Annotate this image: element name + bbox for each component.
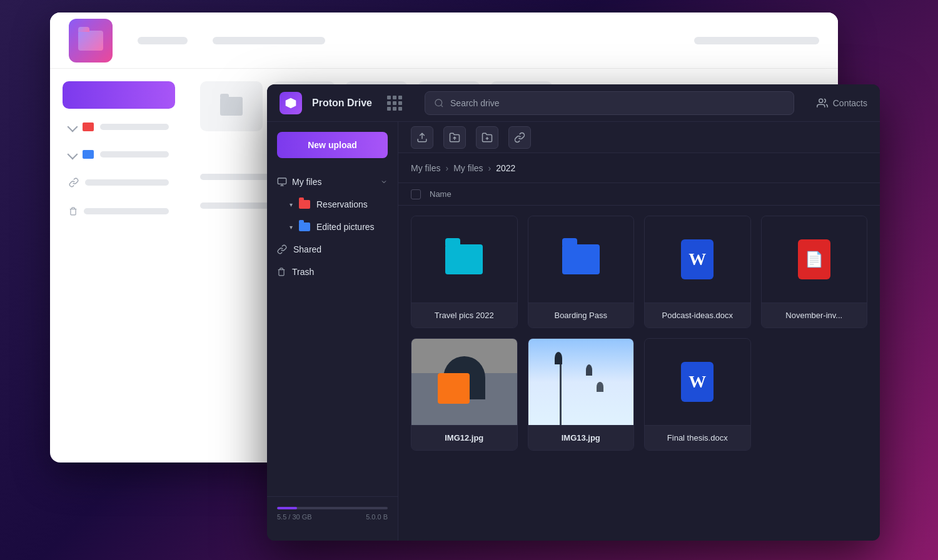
file-card-img12[interactable]: IMG12.jpg xyxy=(411,338,518,451)
file-name-november: November-inv... xyxy=(762,302,867,328)
file-card-img13[interactable]: IMG13.jpg xyxy=(528,338,635,451)
img13-thumbnail xyxy=(528,339,634,425)
link-icon xyxy=(277,244,287,254)
expand-arrow-icon: ▾ xyxy=(290,201,293,208)
breadcrumb-item-1[interactable]: My files xyxy=(411,163,440,173)
bg-sidebar-item-2 xyxy=(63,145,175,164)
file-name-img12: IMG12.jpg xyxy=(411,425,517,450)
storage-bar-fill xyxy=(277,507,297,509)
upload-folder-button[interactable] xyxy=(443,126,466,149)
bg-header xyxy=(50,12,838,69)
proton-toolbar xyxy=(398,122,880,153)
sidebar-label-trash: Trash xyxy=(292,267,314,277)
folder-icon-red xyxy=(299,200,310,209)
grid-dot xyxy=(393,101,396,105)
sidebar-item-reservations[interactable]: ▾ Reservations xyxy=(267,193,398,216)
breadcrumb-sep-2: › xyxy=(488,163,492,173)
file-preview-img13 xyxy=(528,339,634,425)
contacts-button[interactable]: Contacts xyxy=(817,98,867,109)
proton-body: New upload My files ▾ Reservations ▾ xyxy=(267,122,880,541)
sidebar-my-files[interactable]: My files xyxy=(267,171,398,193)
search-bar[interactable]: Search drive xyxy=(425,91,794,115)
get-link-button[interactable] xyxy=(508,126,531,149)
breadcrumb: My files › My files › 2022 xyxy=(398,153,880,183)
file-name-final-thesis: Final thesis.docx xyxy=(645,425,750,450)
sidebar-item-trash[interactable]: Trash xyxy=(267,261,398,283)
img13-structure xyxy=(560,356,562,425)
file-card-november[interactable]: November-inv... xyxy=(761,216,868,328)
new-upload-button[interactable]: New upload xyxy=(277,132,388,158)
bg-chevron-1 xyxy=(68,122,78,132)
upload-file-button[interactable] xyxy=(411,126,433,149)
file-preview-november xyxy=(762,216,867,302)
grid-apps-icon[interactable] xyxy=(387,96,402,111)
search-placeholder-text: Search drive xyxy=(450,98,500,108)
file-preview-img12 xyxy=(411,339,517,425)
contacts-label: Contacts xyxy=(833,98,867,108)
storage-bar-background xyxy=(277,507,388,509)
svg-line-1 xyxy=(441,105,443,107)
file-card-travel-pics[interactable]: Travel pics 2022 xyxy=(411,216,518,328)
bg-sidebar-item-3 xyxy=(63,172,175,192)
select-all-checkbox[interactable] xyxy=(411,189,430,199)
proton-header: Proton Drive Search drive Contacts xyxy=(267,84,880,122)
svg-rect-3 xyxy=(278,178,286,184)
bg-item-bar-4 xyxy=(84,208,169,214)
storage-text: 5.5 / 30 GB 5.0.0 B xyxy=(277,513,388,521)
sidebar-label-reservations: Reservations xyxy=(316,199,368,209)
grid-dot xyxy=(398,101,402,105)
storage-indicator: 5.5 / 30 GB 5.0.0 B xyxy=(267,496,398,531)
bg-upload-btn xyxy=(63,81,175,109)
file-preview-travel-pics xyxy=(411,216,517,302)
bg-folder-card-1 xyxy=(200,81,263,131)
file-list-header: Name xyxy=(398,183,880,206)
proton-main-content: My files › My files › 2022 Name xyxy=(398,122,880,541)
word-icon-podcast xyxy=(681,239,714,279)
breadcrumb-item-2[interactable]: My files xyxy=(453,163,483,173)
folder-icon-blue xyxy=(299,222,310,231)
file-card-final-thesis[interactable]: Final thesis.docx xyxy=(644,338,751,451)
sidebar-item-shared[interactable]: Shared xyxy=(267,238,398,261)
img12-jacket xyxy=(438,373,470,403)
breadcrumb-current: 2022 xyxy=(496,163,515,173)
bg-gray-folder-1 xyxy=(220,97,243,116)
file-grid: Travel pics 2022 Boarding Pass Podcast-i… xyxy=(398,206,880,541)
svg-point-0 xyxy=(435,99,442,106)
proton-app-name: Proton Drive xyxy=(312,98,372,109)
file-card-boarding-pass[interactable]: Boarding Pass xyxy=(528,216,635,328)
file-card-podcast[interactable]: Podcast-ideas.docx xyxy=(644,216,751,328)
bg-sidebar-item-4 xyxy=(63,201,175,221)
checkbox-box[interactable] xyxy=(411,189,421,199)
file-preview-podcast xyxy=(645,216,750,302)
file-preview-final-thesis xyxy=(645,339,750,425)
file-name-travel-pics: Travel pics 2022 xyxy=(411,302,517,328)
drive-icon xyxy=(277,177,287,187)
sidebar-item-edited-pictures[interactable]: ▾ Edited pictures xyxy=(267,216,398,238)
my-files-label: My files xyxy=(292,177,375,187)
img13-person2 xyxy=(586,364,592,376)
grid-dot xyxy=(393,96,396,99)
bg-trash-icon xyxy=(69,206,78,216)
grid-dot xyxy=(387,101,391,105)
new-folder-button[interactable] xyxy=(476,126,498,149)
search-icon xyxy=(434,98,444,108)
file-preview-boarding-pass xyxy=(528,216,634,302)
bg-nav-pill-3 xyxy=(694,37,819,44)
bg-nav-pill-1 xyxy=(138,37,188,44)
grid-dot xyxy=(398,96,402,99)
file-name-img13: IMG13.jpg xyxy=(528,425,634,450)
bg-item-bar-2 xyxy=(100,151,169,158)
bg-sidebar-item-1 xyxy=(63,118,175,136)
word-icon-thesis xyxy=(681,362,714,402)
new-folder-icon xyxy=(482,132,493,143)
trash-icon xyxy=(277,267,286,277)
chevron-down-icon xyxy=(380,178,388,186)
grid-dot xyxy=(398,107,402,111)
pdf-icon-november xyxy=(798,239,830,279)
bg-item-icon-1 xyxy=(83,122,94,131)
bg-logo xyxy=(69,19,113,62)
grid-dot xyxy=(387,107,391,111)
storage-used-label: 5.5 / 30 GB xyxy=(277,513,312,521)
bg-item-icon-2 xyxy=(83,150,94,159)
sidebar-label-edited-pictures: Edited pictures xyxy=(316,222,375,232)
